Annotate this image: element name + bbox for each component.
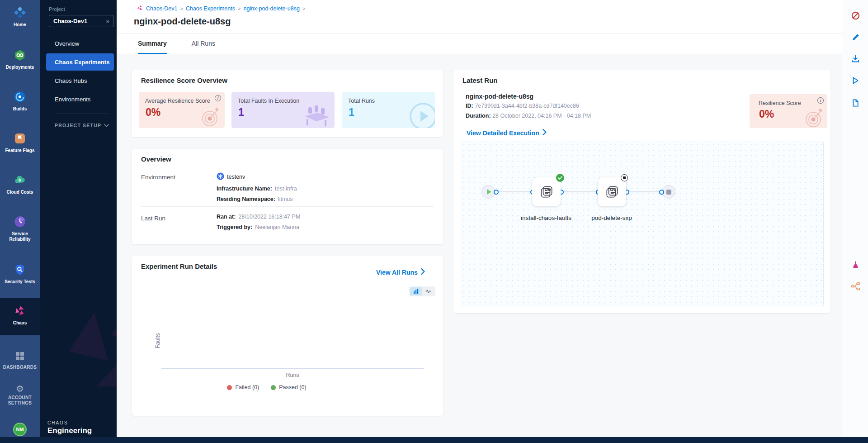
play-icon <box>487 189 491 195</box>
cloud-costs-icon: $ <box>14 180 26 188</box>
tab-bar: Summary All Runs <box>117 33 842 54</box>
sidebar-item-cloud-costs[interactable]: $ Cloud Costs <box>0 174 40 195</box>
page-title: nginx-pod-delete-u8sg <box>134 16 231 27</box>
stat-value: 1 <box>238 106 244 119</box>
breadcrumb-experiments-link[interactable]: Chaos Experiments <box>186 5 235 12</box>
view-manifest-button[interactable] <box>849 96 862 109</box>
stat-label: Average Resilience Score <box>145 98 210 104</box>
sidebar-item-chaos[interactable]: Chaos <box>0 305 40 326</box>
sidebar-item-home[interactable]: Home <box>0 6 40 28</box>
sidebar-item-chaos-experiments[interactable]: Chaos Experiments <box>46 53 114 71</box>
experiment-step-icon <box>604 184 620 200</box>
sidebar-item-security-tests[interactable]: Security Tests <box>0 263 40 285</box>
sidebar-item-feature-flags[interactable]: Feature Flags <box>0 132 40 153</box>
sidebar-item-label: DASHBOARDS <box>0 365 40 370</box>
svg-text:$: $ <box>19 177 21 182</box>
environment-details: testenv Infrastructure Name:test-infra R… <box>217 172 297 206</box>
pipeline-shortcut-button[interactable] <box>849 280 862 292</box>
chart-x-axis-label: Runs <box>161 372 424 378</box>
feature-flags-icon <box>14 138 26 146</box>
edit-experiment-button[interactable] <box>849 31 862 43</box>
ran-at-value: 28/10/2022 16:18:47 PM <box>238 214 300 220</box>
target-illustration <box>800 104 826 128</box>
stat-value: 0% <box>146 106 160 119</box>
duration-value: 28 October 2022, 04:16 PM - 04:18 PM <box>492 113 591 119</box>
id-label: ID: <box>466 103 473 109</box>
download-manifest-button[interactable] <box>849 52 862 65</box>
project-selector[interactable]: Chaos-Dev1 » <box>49 15 113 27</box>
tab-all-runs[interactable]: All Runs <box>192 33 215 54</box>
sidebar-item-label: Home <box>0 22 40 28</box>
info-icon[interactable] <box>215 95 221 101</box>
sidebar-item-label: Builds <box>0 106 40 112</box>
security-tests-icon <box>14 270 26 277</box>
kubernetes-icon <box>217 172 224 181</box>
section-title: Resilience Score Overview <box>141 76 227 84</box>
sidebar-item-deployments[interactable]: Deployments <box>0 49 40 70</box>
chaos-experiment-summary-page: Home Deployments Builds Feature Flags $ … <box>0 0 868 443</box>
breadcrumb-separator: > <box>180 6 183 11</box>
section-title: Experiment Run Details <box>141 262 217 270</box>
play-illustration <box>407 100 435 128</box>
row-divider <box>141 206 434 207</box>
line-chart-toggle-button[interactable] <box>423 287 435 295</box>
experiment-run-details-card: Experiment Run Details View All Runs Fau… <box>132 256 443 416</box>
failed-dot-icon <box>227 385 232 390</box>
breadcrumb-separator: > <box>238 6 241 11</box>
resilience-score-overview-card: Resilience Score Overview Average Resili… <box>132 70 443 137</box>
sidebar-item-builds[interactable]: Builds <box>0 91 40 112</box>
breadcrumb-experiment-link[interactable]: nginx-pod-delete-u8sg <box>243 5 299 12</box>
brand-engineering-label: Engineering <box>47 426 92 435</box>
project-name: Chaos-Dev1 <box>53 18 87 24</box>
chevron-down-icon <box>104 123 109 128</box>
connector-dot <box>494 190 499 195</box>
view-all-runs-link[interactable]: View All Runs <box>376 268 425 276</box>
stat-label: Total Faults In Execution <box>238 98 299 104</box>
play-outline-icon <box>851 76 860 85</box>
environment-name[interactable]: testenv <box>227 174 245 180</box>
legend-item-failed[interactable]: Failed (0) <box>227 384 259 391</box>
sidebar-item-label: Deployments <box>0 65 40 70</box>
user-avatar[interactable]: NM <box>13 423 27 436</box>
chevrons-right-icon[interactable]: » <box>106 18 109 24</box>
stat-label: Total Runs <box>348 98 375 104</box>
breadcrumb-project-link[interactable]: Chaos-Dev1 <box>146 5 177 12</box>
sidebar-item-service-reliability[interactable]: Service Reliability <box>0 215 40 242</box>
step-node-install-chaos-faults[interactable] <box>532 177 561 206</box>
pipeline-start-node[interactable] <box>481 185 495 199</box>
chart-legend: Failed (0) Passed (0) <box>136 384 398 391</box>
chart-x-axis <box>161 368 424 369</box>
latest-run-duration-line: Duration: 28 October 2022, 04:16 PM - 04… <box>466 113 591 119</box>
step-label: pod-delete-sxp <box>585 213 639 223</box>
chart-type-toggle <box>409 286 435 296</box>
view-detailed-execution-link[interactable]: View Detailed Execution <box>467 129 547 137</box>
run-experiment-button[interactable] <box>849 74 862 87</box>
builds-icon <box>14 97 26 105</box>
project-sidebar: Project Chaos-Dev1 » Overview Chaos Expe… <box>40 0 117 437</box>
tab-summary[interactable]: Summary <box>138 33 167 54</box>
section-title: Latest Run <box>462 76 498 84</box>
target-illustration <box>197 103 223 128</box>
sidebar-item-account-settings[interactable]: ACCOUNT SETTINGS <box>0 384 40 406</box>
legend-item-passed[interactable]: Passed (0) <box>271 384 306 391</box>
stop-icon <box>666 190 671 195</box>
namespace-value: litmus <box>278 196 293 202</box>
bottom-status-strip <box>0 437 868 443</box>
sidebar-item-label: Service Reliability <box>0 231 40 242</box>
stopped-badge-icon <box>621 174 628 181</box>
chaos-module-icon <box>137 5 143 13</box>
main-area: Chaos-Dev1 > Chaos Experiments > nginx-p… <box>117 0 842 437</box>
view-all-runs-label: View All Runs <box>376 269 418 276</box>
sidebar-item-chaos-hubs[interactable]: Chaos Hubs <box>46 72 114 89</box>
project-setup-section[interactable]: PROJECT SETUP <box>55 123 109 128</box>
sidebar-item-overview[interactable]: Overview <box>46 35 114 52</box>
sidebar-item-label: Feature Flags <box>0 148 40 153</box>
average-resilience-score-card: Average Resilience Score 0% <box>139 92 225 128</box>
step-node-pod-delete-sxp[interactable] <box>598 177 626 206</box>
bar-chart-toggle-button[interactable] <box>410 287 422 295</box>
sidebar-item-dashboards[interactable]: DASHBOARDS <box>0 351 40 370</box>
sidebar-item-environments[interactable]: Environments <box>46 91 114 108</box>
disable-experiment-button[interactable] <box>849 9 862 22</box>
info-icon[interactable] <box>817 97 824 104</box>
experiments-shortcut-button[interactable] <box>849 258 862 271</box>
